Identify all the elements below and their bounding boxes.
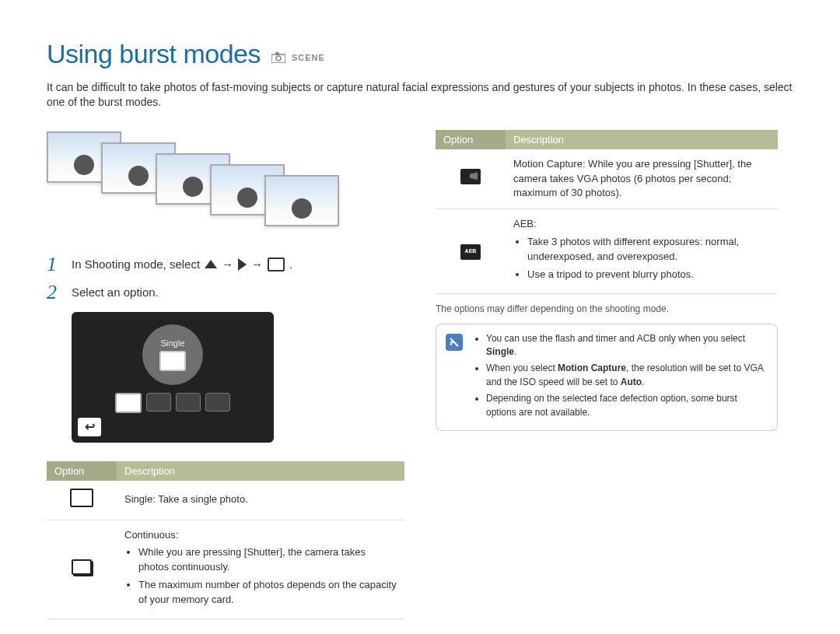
lcd-back-icon: ↩ bbox=[78, 418, 101, 436]
step-1-number: 1 bbox=[47, 254, 61, 275]
table-bullet: Take 3 photos with different exposures: … bbox=[527, 235, 770, 264]
option-icon-cell bbox=[436, 149, 506, 209]
option-icon-cell bbox=[47, 520, 117, 618]
option-desc-cell: AEB:Take 3 photos with different exposur… bbox=[506, 209, 778, 293]
th-description-left: Description bbox=[117, 461, 404, 481]
tip-item: Depending on the selected face defection… bbox=[486, 392, 768, 419]
svg-rect-1 bbox=[275, 52, 279, 55]
th-description-right: Description bbox=[506, 130, 778, 149]
step-2: 2 Select an option. bbox=[47, 282, 404, 303]
option-desc-cell: Single: Take a single photo. bbox=[117, 481, 404, 520]
intro-paragraph: It can be difficult to take photos of fa… bbox=[47, 80, 793, 110]
lcd-option-motion bbox=[176, 393, 201, 412]
tip-item: When you select Motion Capture, the reso… bbox=[486, 362, 768, 389]
lcd-selected-label: Single bbox=[161, 338, 185, 348]
step-2-text: Select an option. bbox=[72, 285, 159, 299]
lcd-option-continuous bbox=[146, 393, 171, 412]
motion-capture-icon bbox=[460, 169, 481, 184]
step-1: 1 In Shooting mode, select → → . bbox=[47, 254, 404, 275]
svg-point-2 bbox=[276, 56, 281, 61]
arrow-2: → bbox=[251, 257, 263, 271]
page-title: Using burst modes bbox=[47, 39, 261, 69]
step-2-number: 2 bbox=[47, 282, 61, 303]
lcd-selected-option: Single bbox=[142, 324, 203, 385]
option-desc-cell: Continuous:While you are pressing [Shutt… bbox=[117, 520, 404, 618]
table-bullet: Use a tripod to prevent blurry photos. bbox=[527, 268, 770, 282]
continuous-icon bbox=[72, 559, 92, 575]
option-icon-cell bbox=[47, 481, 117, 520]
single-shot-icon bbox=[268, 257, 285, 271]
arrow-1: → bbox=[222, 257, 233, 271]
th-option-left: Option bbox=[47, 461, 117, 481]
option-desc-cell: Motion Capture: While you are pressing [… bbox=[506, 149, 778, 209]
table-bullet: While you are pressing [Shutter], the ca… bbox=[138, 545, 397, 575]
lcd-selected-icon bbox=[159, 351, 186, 371]
burst-illustration bbox=[47, 130, 404, 231]
th-option-right: Option bbox=[436, 130, 506, 149]
aeb-icon: AEB bbox=[460, 244, 481, 260]
note-icon bbox=[446, 334, 463, 351]
option-icon-cell: AEB bbox=[436, 209, 506, 293]
lcd-option-aeb bbox=[205, 393, 230, 412]
footnote: The options may differ depending on the … bbox=[436, 303, 778, 314]
up-icon bbox=[205, 260, 217, 268]
options-table-right: Option Description Motion Capture: While… bbox=[436, 130, 778, 294]
lcd-preview: Single ↩ bbox=[72, 312, 274, 443]
tip-item: You can use the flash and timer and ACB … bbox=[486, 332, 768, 359]
table-bullet: The maximum number of photos depends on … bbox=[138, 578, 397, 608]
camera-mode-icon bbox=[271, 52, 285, 63]
options-table-left: Option Description Single: Take a single… bbox=[47, 461, 404, 619]
lcd-option-single bbox=[115, 393, 142, 413]
tip-box: You can use the flash and timer and ACB … bbox=[436, 324, 778, 431]
step-1-text: In Shooting mode, select bbox=[72, 257, 200, 271]
scene-mode-label: SCENE bbox=[292, 53, 325, 62]
right-icon bbox=[238, 258, 247, 271]
mode-indicator-row: SCENE bbox=[271, 52, 325, 63]
single-icon bbox=[70, 489, 93, 507]
